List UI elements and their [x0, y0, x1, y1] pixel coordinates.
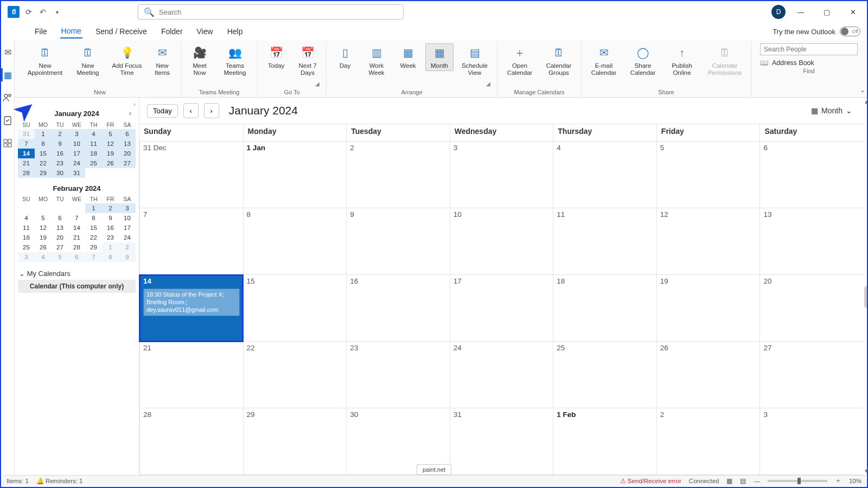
publish-online-button[interactable]: ↑Publish Online	[664, 43, 700, 78]
mini-day-cell[interactable]: 6	[68, 252, 85, 262]
meet-now-button[interactable]: 🎥Meet Now	[186, 43, 214, 78]
new-items-button[interactable]: ✉New Items	[148, 43, 176, 78]
menu-home[interactable]: Home	[60, 24, 82, 38]
day-cell[interactable]: 26	[656, 342, 760, 408]
day-cell[interactable]: 25	[553, 342, 656, 408]
mini-day-cell[interactable]: 3	[68, 129, 85, 139]
calendar-event[interactable]: 18:30 Status of the Project X; Briefing …	[143, 288, 240, 316]
mini-day-cell[interactable]	[85, 168, 102, 178]
close-button[interactable]: ✕	[842, 4, 864, 20]
rail-tasks-icon[interactable]	[1, 114, 14, 127]
arrange-week-button[interactable]: ▦Week	[394, 43, 422, 71]
account-avatar[interactable]: D	[771, 5, 786, 19]
day-cell[interactable]: 3	[760, 408, 863, 475]
menu-view[interactable]: View	[196, 25, 214, 38]
mini-day-cell[interactable]: 10	[119, 213, 136, 223]
mini-day-cell[interactable]: 23	[102, 233, 119, 242]
arrange-workweek-button[interactable]: ▥Work Week	[362, 43, 391, 78]
day-cell[interactable]: 31	[450, 408, 553, 475]
add-focus-time-button[interactable]: 💡Add Focus Time	[109, 43, 145, 78]
mini-day-cell[interactable]: 28	[68, 242, 85, 252]
mini-day-cell[interactable]: 15	[85, 223, 102, 233]
mini-day-cell[interactable]: 4	[85, 129, 102, 139]
mini-day-cell[interactable]: 1	[85, 203, 102, 213]
mini-day-cell[interactable]: 26	[102, 158, 119, 168]
mini-day-cell[interactable]: 2	[102, 203, 119, 213]
mini-day-cell[interactable]: 9	[119, 252, 136, 262]
day-cell[interactable]: 17	[450, 275, 553, 342]
calendar-groups-button[interactable]: 🗓Calendar Groups	[541, 43, 577, 78]
day-cell[interactable]: 6	[760, 142, 863, 208]
day-cell[interactable]: 2	[346, 142, 450, 208]
view-selector[interactable]: ▦ Month ⌄	[811, 106, 863, 115]
mini-day-cell[interactable]: 1	[35, 129, 52, 139]
search-input[interactable]	[159, 8, 398, 16]
rail-more-icon[interactable]	[1, 137, 14, 150]
status-reminders[interactable]: 🔔 Reminders: 1	[36, 477, 83, 485]
maximize-button[interactable]: ▢	[816, 4, 838, 20]
mini-day-cell[interactable]: 30	[52, 168, 68, 178]
day-cell[interactable]: 4	[553, 142, 656, 208]
mini-day-cell[interactable]: 24	[68, 158, 85, 168]
prev-period-button[interactable]: ‹	[183, 103, 199, 118]
mini-day-cell[interactable]: 10	[68, 139, 85, 149]
mini-day-cell[interactable]: 9	[102, 213, 119, 223]
mini-day-cell[interactable]: 27	[119, 158, 136, 168]
today-button[interactable]: Today	[147, 104, 178, 118]
day-cell[interactable]: 2	[656, 408, 760, 475]
mini-day-cell[interactable]: 3	[18, 252, 35, 262]
arrange-day-button[interactable]: ▯Day	[331, 43, 359, 71]
day-cell[interactable]: 7	[139, 208, 243, 275]
mini-day-cell[interactable]: 8	[35, 139, 52, 149]
navpane-collapse-icon[interactable]: ‹	[18, 101, 136, 107]
qat-customize-icon[interactable]: ▾	[52, 7, 62, 17]
mini-day-cell[interactable]: 9	[52, 139, 68, 149]
mini-day-cell[interactable]: 26	[35, 242, 52, 252]
dialog-launcher-icon[interactable]: ◢	[315, 81, 320, 87]
mini-day-cell[interactable]: 11	[18, 223, 35, 233]
mini-day-cell[interactable]: 14	[18, 149, 35, 158]
day-cell[interactable]: 1418:30 Status of the Project X; Briefin…	[139, 275, 243, 342]
mini-day-cell[interactable]: 4	[35, 252, 52, 262]
search-box[interactable]: 🔍	[138, 4, 404, 20]
mini-day-cell[interactable]: 5	[52, 252, 68, 262]
mini-day-cell[interactable]: 20	[52, 233, 68, 242]
mini-day-cell[interactable]: 20	[119, 149, 136, 158]
mini-day-cell[interactable]: 6	[119, 129, 136, 139]
mini-day-cell[interactable]: 22	[85, 233, 102, 242]
mini-day-cell[interactable]: 31	[18, 129, 35, 139]
day-cell[interactable]: 22	[243, 342, 347, 408]
rail-mail-icon[interactable]: ✉	[1, 46, 14, 59]
scroll-up-icon[interactable]: ▲	[864, 99, 868, 105]
menu-send-receive[interactable]: Send / Receive	[94, 25, 148, 38]
day-cell[interactable]: 15	[243, 275, 347, 342]
mini-prev-month[interactable]: ‹	[20, 108, 27, 118]
mini-day-cell[interactable]: 29	[35, 168, 52, 178]
day-cell[interactable]: 11	[553, 208, 656, 275]
day-cell[interactable]: 27	[760, 342, 863, 408]
mini-day-cell[interactable]: 17	[119, 223, 136, 233]
mini-day-cell[interactable]: 6	[52, 213, 68, 223]
day-cell[interactable]: 1 Feb	[553, 408, 656, 475]
email-calendar-button[interactable]: ✉E-mail Calendar	[586, 43, 622, 78]
undo-icon[interactable]: ↶	[38, 7, 48, 17]
goto-today-button[interactable]: 📅Today	[262, 43, 290, 71]
mini-day-cell[interactable]: 11	[85, 139, 102, 149]
mini-day-cell[interactable]: 7	[68, 213, 85, 223]
mini-day-cell[interactable]: 24	[119, 233, 136, 242]
mini-day-cell[interactable]: 2	[52, 129, 68, 139]
mini-day-cell[interactable]: 27	[52, 242, 68, 252]
vertical-scrollbar[interactable]: ▲ ▼	[863, 98, 868, 475]
day-cell[interactable]: 31 Dec	[139, 142, 243, 208]
mini-day-cell[interactable]: 13	[119, 139, 136, 149]
mini-day-cell[interactable]: 17	[68, 149, 85, 158]
next-7-days-button[interactable]: 📅Next 7 Days	[293, 43, 322, 78]
day-cell[interactable]: 10	[450, 208, 553, 275]
mini-day-cell[interactable]: 22	[35, 158, 52, 168]
day-cell[interactable]: 3	[450, 142, 553, 208]
mini-day-cell[interactable]	[119, 168, 136, 178]
zoom-value[interactable]: 10%	[849, 478, 861, 484]
search-people-input[interactable]	[760, 43, 858, 55]
menu-file[interactable]: File	[34, 25, 48, 38]
mini-day-cell[interactable]	[18, 203, 35, 213]
